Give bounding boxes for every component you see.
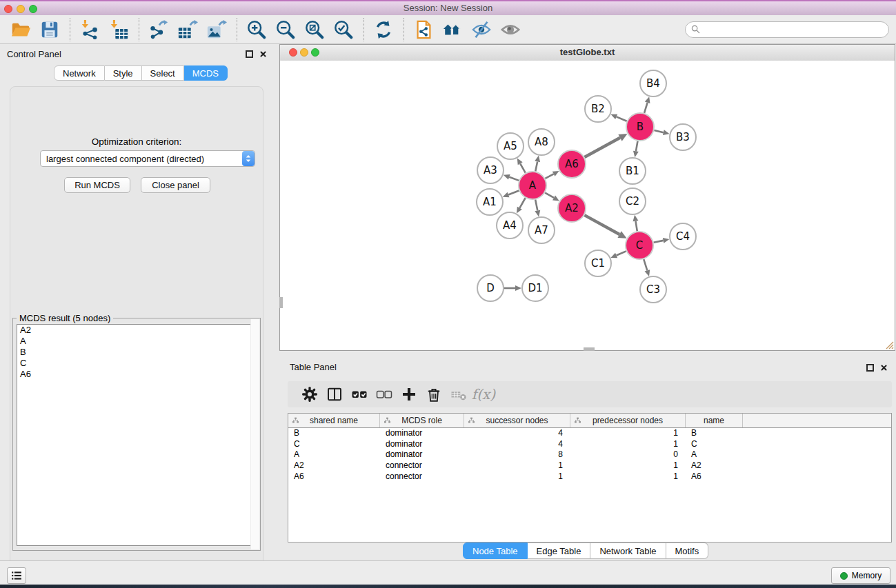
column-header-shared-name[interactable]: shared name — [288, 414, 380, 427]
table-cell[interactable]: B — [288, 428, 380, 439]
tab-mcds[interactable]: MCDS — [184, 65, 228, 81]
close-panel-button[interactable]: Close panel — [141, 177, 210, 193]
window-edge-handle[interactable] — [584, 347, 595, 351]
graph-node-C[interactable]: C — [626, 232, 653, 259]
mcds-result-item[interactable]: A6 — [17, 369, 256, 380]
graph-node-A5[interactable]: A5 — [497, 133, 524, 159]
graph-edge-C-C3[interactable] — [644, 259, 650, 276]
table-row-c[interactable]: Cdominator41C — [288, 439, 891, 450]
close-panel-icon[interactable] — [879, 363, 888, 372]
mcds-result-list[interactable]: A2ABCA6 — [17, 324, 257, 546]
table-cell[interactable]: 1 — [464, 472, 570, 483]
task-history-button[interactable] — [7, 567, 26, 584]
table-cell[interactable]: 1 — [570, 472, 686, 483]
save-session-button[interactable] — [37, 17, 62, 42]
table-options-button[interactable] — [297, 384, 322, 405]
table-cell[interactable]: 8 — [464, 449, 570, 460]
graph-node-B2[interactable]: B2 — [585, 96, 611, 122]
table-cell[interactable]: 1 — [570, 439, 686, 450]
graph-node-A2[interactable]: A2 — [558, 194, 586, 222]
mcds-result-item[interactable]: C — [17, 358, 256, 369]
graph-node-B[interactable]: B — [626, 113, 654, 141]
graph-edge-A-A7[interactable] — [535, 200, 540, 217]
graph-edge-A-A4[interactable] — [517, 198, 526, 213]
graph-node-A3[interactable]: A3 — [477, 157, 504, 183]
table-cell[interactable]: C — [288, 439, 380, 450]
optimization-criterion-dropdown[interactable]: largest connected component (directed) — [40, 150, 255, 167]
show-panel-button[interactable] — [498, 17, 523, 42]
network-canvas[interactable]: B4B2BB3B1A5A8A6A3AA1A2C2A4A7C4CC1C3DD1 — [280, 61, 895, 350]
delete-columns-button[interactable] — [421, 384, 446, 405]
column-header-predecessor-nodes[interactable]: predecessor nodes — [570, 414, 686, 427]
table-cell[interactable]: dominator — [380, 449, 464, 460]
table-cell[interactable]: A6 — [288, 472, 380, 483]
graph-node-A4[interactable]: A4 — [497, 212, 523, 239]
graph-node-A6[interactable]: A6 — [558, 150, 586, 178]
unselect-all-button[interactable] — [372, 384, 397, 405]
tab-network[interactable]: Network — [54, 65, 105, 81]
run-mcds-button[interactable]: Run MCDS — [64, 177, 130, 193]
tab-node-table[interactable]: Node Table — [463, 543, 528, 559]
network-window-titlebar[interactable]: testGlobe.txt — [280, 45, 895, 61]
table-cell[interactable]: 0 — [570, 449, 686, 460]
mcds-result-item[interactable]: A2 — [17, 325, 256, 336]
graph-node-B4[interactable]: B4 — [640, 70, 666, 97]
refresh-network-button[interactable] — [371, 17, 396, 42]
table-cell[interactable]: 1 — [570, 428, 686, 439]
hide-panel-button[interactable] — [469, 17, 494, 42]
graph-node-C2[interactable]: C2 — [619, 188, 646, 214]
tab-network-table[interactable]: Network Table — [590, 543, 666, 559]
table-cell[interactable]: 4 — [464, 428, 570, 439]
tab-style[interactable]: Style — [105, 65, 142, 81]
mcds-result-item[interactable]: B — [17, 347, 256, 358]
zoom-selected-button[interactable] — [331, 17, 356, 42]
column-header-name[interactable]: name — [686, 414, 743, 427]
graph-edge-A-A6[interactable] — [545, 171, 559, 179]
export-image-button[interactable] — [204, 17, 229, 42]
table-cell[interactable]: A — [288, 449, 380, 460]
graph-edge-A-A1[interactable] — [503, 191, 519, 198]
window-edge-handle[interactable] — [279, 297, 283, 308]
close-panel-icon[interactable] — [259, 50, 268, 59]
graph-edge-A-A3[interactable] — [504, 174, 519, 181]
graph-edge-C-C2[interactable] — [633, 215, 639, 231]
column-header-mcds-role[interactable]: MCDS role — [380, 414, 464, 427]
graph-edge-A-A5[interactable] — [517, 158, 526, 172]
graph-node-B1[interactable]: B1 — [619, 158, 646, 184]
open-session-button[interactable] — [8, 17, 33, 42]
graph-edge-B-B3[interactable] — [654, 130, 669, 135]
show-columns-button[interactable] — [322, 384, 347, 405]
graph-edge-B-B1[interactable] — [633, 141, 639, 158]
graph-node-D1[interactable]: D1 — [522, 275, 548, 301]
graph-node-C1[interactable]: C1 — [585, 250, 611, 276]
duplicate-network-button[interactable] — [411, 17, 436, 42]
graph-node-C3[interactable]: C3 — [640, 276, 666, 303]
table-cell[interactable]: connector — [380, 460, 464, 472]
network-overview-button[interactable] — [440, 17, 465, 42]
resize-grip-icon[interactable] — [884, 339, 894, 349]
table-cell[interactable]: 1 — [570, 460, 686, 472]
graph-edge-C-C4[interactable] — [654, 238, 670, 243]
table-row-a[interactable]: Adominator80A — [288, 449, 891, 460]
select-all-button[interactable] — [347, 384, 372, 405]
table-cell[interactable]: A6 — [686, 472, 743, 483]
import-table-button[interactable] — [106, 17, 131, 42]
table-cell[interactable]: A2 — [288, 460, 380, 472]
add-column-button[interactable] — [397, 384, 421, 405]
graph-edge-A-A8[interactable] — [535, 156, 540, 172]
export-table-button[interactable] — [175, 17, 200, 42]
zoom-out-button[interactable] — [273, 17, 298, 42]
import-network-button[interactable] — [77, 17, 102, 42]
search-input[interactable] — [704, 23, 888, 37]
graph-edge-A-A2[interactable] — [545, 193, 559, 201]
graph-node-C4[interactable]: C4 — [670, 223, 696, 250]
tab-edge-table[interactable]: Edge Table — [528, 543, 591, 559]
graph-edge-C-C1[interactable] — [610, 251, 626, 258]
graph-node-B3[interactable]: B3 — [670, 124, 696, 150]
zoom-in-button[interactable] — [244, 17, 269, 42]
graph-node-A7[interactable]: A7 — [528, 217, 555, 243]
graph-edge-B-B2[interactable] — [610, 114, 626, 121]
zoom-fit-button[interactable] — [302, 17, 327, 42]
mcds-list-scrollbar[interactable] — [250, 319, 259, 549]
column-header-successor-nodes[interactable]: successor nodes — [464, 414, 570, 427]
